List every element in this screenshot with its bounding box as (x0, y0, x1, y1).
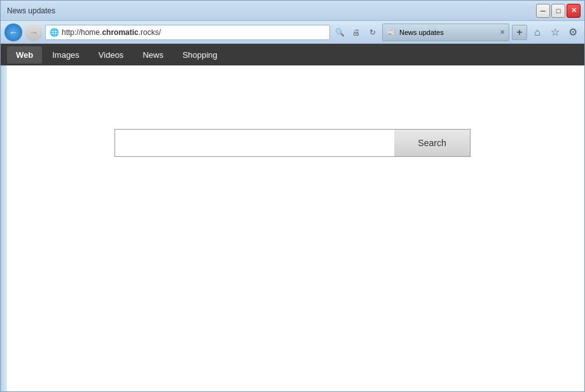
address-icon: 🌐 (50, 28, 59, 37)
favorites-button[interactable]: ☆ (547, 25, 563, 40)
nav-item-news[interactable]: News (134, 46, 172, 64)
search-nav-bar: Web Images Videos News Shopping (1, 44, 584, 65)
close-button[interactable]: ✕ (567, 4, 581, 18)
browser-window: News updates ─ □ ✕ ← → 🌐 http://home.chr… (0, 0, 585, 392)
forward-button[interactable]: → (25, 24, 43, 41)
minimize-button[interactable]: ─ (536, 4, 550, 18)
nav-item-videos[interactable]: Videos (90, 46, 133, 64)
title-bar-left: News updates (4, 6, 55, 15)
new-tab-button[interactable]: + (512, 25, 527, 40)
title-bar: News updates ─ □ ✕ (1, 1, 584, 21)
maximize-button[interactable]: □ (551, 4, 565, 18)
address-bar[interactable]: 🌐 http://home.chromatic.rocks/ (45, 25, 330, 40)
nav-icon-group: 🔍 🖨 ↻ (333, 25, 380, 39)
search-button[interactable]: Search (394, 129, 471, 157)
home-button[interactable]: ⌂ (530, 25, 545, 40)
content-scroll[interactable]: Search (1, 65, 584, 391)
window-controls: ─ □ ✕ (536, 4, 581, 18)
tab-favicon-mini: 📰 (387, 28, 396, 36)
toolbar-right: ⌂ ☆ ⚙ (530, 25, 581, 40)
back-button[interactable]: ← (4, 24, 22, 41)
window-title: News updates (7, 6, 55, 15)
search-nav-icon[interactable]: 🔍 (333, 25, 347, 39)
search-input[interactable] (114, 129, 394, 157)
url-prefix: http://home. (62, 28, 102, 37)
print-icon[interactable]: 🖨 (349, 25, 363, 39)
refresh-icon[interactable]: ↻ (366, 25, 380, 39)
url-suffix: .rocks/ (139, 28, 161, 37)
nav-item-shopping[interactable]: Shopping (174, 46, 226, 64)
nav-item-images[interactable]: Images (43, 46, 88, 64)
search-container: Search (114, 129, 471, 157)
settings-button[interactable]: ⚙ (565, 25, 581, 40)
nav-bar: ← → 🌐 http://home.chromatic.rocks/ 🔍 🖨 ↻… (1, 21, 584, 44)
content-inner: Search (1, 65, 584, 170)
content-area: Search (1, 65, 584, 391)
tab-title-mini: News updates (399, 29, 496, 36)
url-domain: chromatic (102, 28, 138, 37)
tab-close-mini[interactable]: ✕ (500, 29, 505, 36)
address-text: http://home.chromatic.rocks/ (62, 28, 326, 37)
tab-area-mini: 📰 News updates ✕ (382, 24, 509, 41)
nav-item-web[interactable]: Web (7, 46, 42, 64)
